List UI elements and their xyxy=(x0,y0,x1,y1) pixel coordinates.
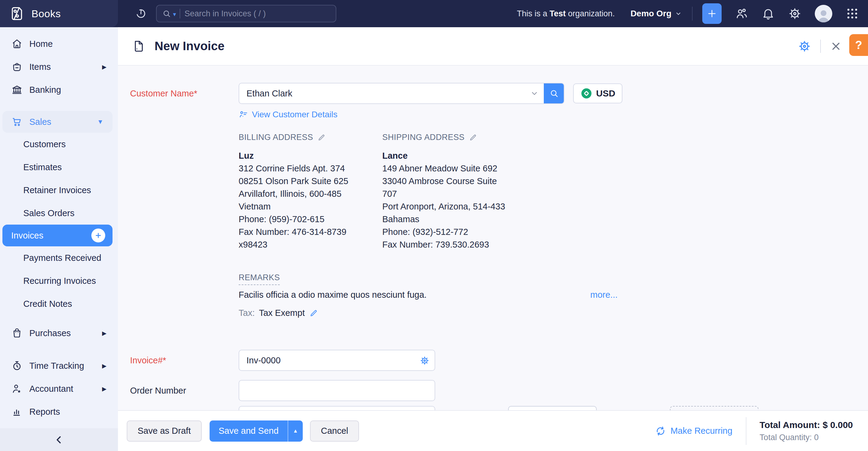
stopwatch-icon xyxy=(11,360,23,372)
sidebar-item-label: Time Tracking xyxy=(29,361,84,371)
remarks-more-link[interactable]: more... xyxy=(590,290,618,300)
sidebar-item-sales[interactable]: Sales ▼ xyxy=(2,111,113,133)
edit-tax-icon[interactable] xyxy=(309,309,318,318)
sidebar-collapse-button[interactable] xyxy=(0,428,118,451)
help-button[interactable]: ? xyxy=(849,34,868,56)
customer-name-input[interactable] xyxy=(239,84,525,103)
shipping-line: 149 Abner Meadow Suite 692 xyxy=(382,162,524,175)
search-divider xyxy=(180,9,180,19)
sidebar-item-home[interactable]: Home xyxy=(0,32,118,55)
make-recurring-link[interactable]: Make Recurring xyxy=(655,425,733,437)
expand-right-icon: ▶ xyxy=(102,63,106,70)
sidebar-item-sales-orders[interactable]: Sales Orders xyxy=(0,202,118,225)
edit-billing-address-icon[interactable] xyxy=(317,133,326,142)
next-field-input-partial[interactable] xyxy=(239,406,435,410)
invoice-number-row: Invoice#* xyxy=(118,350,435,371)
invoice-settings-gear-icon[interactable] xyxy=(798,40,811,53)
sidebar-item-retainer-invoices[interactable]: Retainer Invoices xyxy=(0,179,118,202)
customer-search-button[interactable] xyxy=(544,83,564,104)
sidebar-item-accountant[interactable]: Accountant ▶ xyxy=(0,377,118,400)
total-amount: Total Amount: $ 0.000 xyxy=(760,420,853,430)
customer-name-label: Customer Name* xyxy=(118,89,239,99)
billing-address-heading: BILLING ADDRESS xyxy=(239,133,313,142)
order-number-label: Order Number xyxy=(118,386,239,396)
sidebar-item-reports[interactable]: Reports xyxy=(0,400,118,423)
save-and-send-button[interactable]: Save and Send ▲ xyxy=(210,420,303,442)
close-icon[interactable] xyxy=(830,40,842,52)
chevron-down-icon[interactable] xyxy=(530,89,539,98)
currency-selector[interactable]: USD xyxy=(573,84,622,103)
sidebar-item-label: Sales xyxy=(29,117,52,127)
org-note: This is a Test organization. xyxy=(517,9,615,19)
order-number-input[interactable] xyxy=(239,380,435,401)
page-title: New Invoice xyxy=(155,39,224,53)
shipping-line: 707 xyxy=(382,187,524,200)
invoice-number-settings-icon[interactable] xyxy=(420,355,430,366)
sidebar-item-purchases[interactable]: Purchases ▶ xyxy=(0,322,118,345)
accountant-person-icon xyxy=(11,383,23,394)
avatar[interactable] xyxy=(815,5,832,22)
cart-icon xyxy=(11,116,23,128)
sidebar-item-label: Home xyxy=(29,39,53,49)
sidebar-item-estimates[interactable]: Estimates xyxy=(0,156,118,179)
remarks-heading: REMARKS xyxy=(239,273,280,285)
top-bar: Books ▾ This is a Test organization. Dem… xyxy=(0,0,868,27)
shipping-address: SHIPPING ADDRESS Lance 149 Abner Meadow … xyxy=(382,133,524,251)
billing-line: 08251 Olson Park Suite 625 xyxy=(239,175,382,187)
invoice-number-input[interactable] xyxy=(239,350,435,371)
billing-line: 312 Corrine Fields Apt. 374 xyxy=(239,162,382,175)
page-title-bar: New Invoice ? xyxy=(118,27,868,66)
save-as-draft-button[interactable]: Save as Draft xyxy=(127,420,202,442)
billing-line: Fax Number: 476-314-8739 xyxy=(239,226,382,238)
search-scope-caret-icon[interactable]: ▾ xyxy=(173,10,176,18)
cancel-button[interactable]: Cancel xyxy=(310,420,359,442)
titlebar-divider xyxy=(820,40,821,53)
sidebar-item-label: Customers xyxy=(23,139,66,149)
history-icon[interactable] xyxy=(135,7,147,20)
sidebar-item-banking[interactable]: Banking xyxy=(0,78,118,101)
expand-right-icon: ▶ xyxy=(102,330,106,337)
expand-right-icon: ▶ xyxy=(102,362,106,369)
save-options-caret-icon[interactable]: ▲ xyxy=(288,428,303,434)
footer-divider xyxy=(746,417,746,445)
items-bag-icon xyxy=(11,61,23,72)
billing-line: Arvillafort, Illinois, 600-485 xyxy=(239,187,382,200)
view-customer-details-link[interactable]: View Customer Details xyxy=(239,110,338,119)
currency-icon xyxy=(580,87,592,99)
add-invoice-icon[interactable] xyxy=(91,228,105,243)
sidebar-item-recurring-invoices[interactable]: Recurring Invoices xyxy=(0,269,118,292)
customer-details-icon xyxy=(239,110,248,119)
shipping-attention: Lance xyxy=(382,149,524,162)
edit-shipping-address-icon[interactable] xyxy=(469,133,477,142)
quick-create-button[interactable] xyxy=(702,3,722,24)
search-input[interactable] xyxy=(185,9,330,19)
sidebar-item-label: Retainer Invoices xyxy=(23,185,91,195)
view-customer-details-label: View Customer Details xyxy=(252,110,338,119)
org-selector[interactable]: Demo Org xyxy=(630,9,682,19)
sidebar-item-label: Invoices xyxy=(11,231,43,240)
dashed-field-partial[interactable] xyxy=(670,406,758,410)
shipping-line: Port Aronport, Arizona, 514-433 xyxy=(382,200,524,213)
users-icon[interactable] xyxy=(735,7,748,20)
sidebar-item-label: Reports xyxy=(29,407,60,417)
billing-line: Phone: (959)-702-615 xyxy=(239,213,382,226)
sidebar-item-customers[interactable]: Customers xyxy=(0,133,118,156)
sidebar-item-time-tracking[interactable]: Time Tracking ▶ xyxy=(0,354,118,377)
settings-gear-icon[interactable] xyxy=(788,7,802,20)
action-footer: Save as Draft Save and Send ▲ Cancel Mak… xyxy=(118,410,868,451)
bar-chart-icon xyxy=(11,406,23,417)
shipping-line: Bahamas xyxy=(382,213,524,226)
sidebar-item-items[interactable]: Items ▶ xyxy=(0,55,118,78)
apps-grid-icon[interactable] xyxy=(846,7,859,20)
sidebar-item-credit-notes[interactable]: Credit Notes xyxy=(0,292,118,315)
customer-select xyxy=(239,83,564,104)
app-logo-block[interactable]: Books xyxy=(0,0,118,27)
date-field-partial[interactable] xyxy=(508,406,597,410)
notifications-bell-icon[interactable] xyxy=(762,7,775,20)
collapse-down-icon: ▼ xyxy=(97,118,103,125)
addresses-section: BILLING ADDRESS Luz 312 Corrine Fields A… xyxy=(239,133,620,251)
books-logo-icon xyxy=(9,6,25,22)
sidebar-item-invoices-active[interactable]: Invoices xyxy=(2,225,113,246)
remarks-text: Facilis officia a odio maxime quos nesci… xyxy=(239,290,427,300)
sidebar-item-payments-received[interactable]: Payments Received xyxy=(0,246,118,269)
